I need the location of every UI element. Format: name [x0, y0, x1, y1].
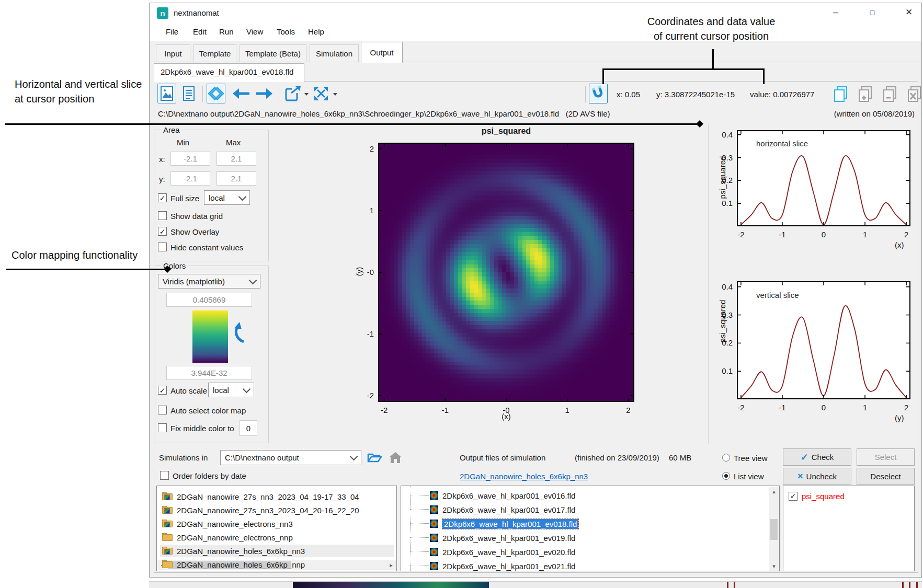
magnet-snap-button[interactable]	[589, 84, 608, 103]
full-size-mode-dropdown[interactable]: local	[204, 190, 250, 205]
x-min-field[interactable]: -2.1	[170, 152, 210, 166]
file-row[interactable]: 2Dkp6x6_wave_hl_kpar001_ev020.fld	[430, 546, 575, 558]
x-tick-label: 1	[854, 230, 875, 239]
slice-annotation-line	[5, 123, 699, 125]
export-button[interactable]	[283, 84, 303, 103]
color-min-field[interactable]: 3.944E-32	[166, 366, 252, 380]
folder-row[interactable]: 2DGaN_nanowire_electrons_nn3	[160, 517, 394, 530]
files-list[interactable]: ▴ ▾ 2Dkp6x6_wave_hl_kpar001_ev016.fld2Dk…	[401, 486, 780, 571]
add-view-button[interactable]	[857, 85, 874, 103]
order-folders-checkbox[interactable]	[160, 471, 169, 480]
tree-view-label: Tree view	[734, 454, 767, 463]
tree-view-radio[interactable]	[722, 454, 730, 462]
x-max-field[interactable]: 2.1	[216, 152, 256, 166]
home-button[interactable]	[386, 449, 404, 465]
expand-icon	[313, 85, 329, 102]
variable-row[interactable]: ✓psi_squared	[789, 490, 845, 502]
deselect-button[interactable]: Deselect	[857, 468, 915, 485]
variable-checkbox[interactable]: ✓	[789, 492, 797, 501]
show-image-button[interactable]	[157, 84, 176, 103]
file-row[interactable]: 2Dkp6x6_wave_hl_kpar001_ev019.fld	[430, 532, 575, 544]
fix-middle-color-field[interactable]: 0	[240, 420, 257, 436]
app-window: n nextnanomat – □ ✕ FileEditRunViewTools…	[149, 3, 922, 578]
simulation-link[interactable]: 2DGaN_nanowire_holes_6x6kp_nn3	[460, 472, 588, 481]
list-view-label: List view	[734, 472, 764, 481]
simulations-path-dropdown[interactable]: C:\D\nextnano output	[220, 450, 361, 465]
folder-row[interactable]: 2DGaN_nanowire_27s_nn3_2023_04_20-16_22_…	[160, 504, 394, 516]
main-plot-frame	[378, 143, 634, 402]
variables-list[interactable]: ✓psi_squared	[783, 486, 915, 571]
file-row[interactable]: 2Dkp6x6_wave_hl_kpar001_ev016.fld	[430, 489, 575, 502]
scroll-down-icon[interactable]: ▾	[769, 561, 779, 571]
auto-scale-checkbox[interactable]: ✓	[158, 386, 167, 395]
file-row[interactable]: 2Dkp6x6_wave_hl_kpar001_ev017.fld	[430, 503, 575, 516]
folder-name: 2DGaN_nanowire_holes_6x6kp_nnp	[177, 560, 305, 569]
forward-button[interactable]	[254, 84, 275, 103]
show-overlay-checkbox[interactable]: ✓	[158, 227, 167, 236]
report-icon	[183, 86, 195, 101]
list-view-radio[interactable]	[722, 472, 730, 480]
menu-item-file[interactable]: File	[163, 25, 181, 38]
slice-annotation-line2: at cursor position	[15, 93, 94, 105]
minimize-button[interactable]: –	[824, 3, 847, 22]
uncheck-icon: ×	[797, 471, 803, 482]
file-name: 2Dkp6x6_wave_hl_kpar001_ev019.fld	[442, 534, 575, 543]
main-plot-title: psi_squared	[378, 126, 634, 136]
uncheck-button[interactable]: × Uncheck	[783, 468, 851, 485]
fix-middle-color-label: Fix middle color to	[170, 424, 234, 433]
file-tab[interactable]: 2Dkp6x6_wave_hl_kpar001_ev018.fld	[154, 63, 304, 82]
maximize-button[interactable]: □	[861, 3, 884, 22]
expand-dropdown-caret[interactable]	[333, 93, 337, 96]
menu-item-edit[interactable]: Edit	[190, 25, 210, 38]
scroll-up-icon[interactable]: ▴	[769, 487, 779, 496]
finished-on-label: (finished on 23/09/2019)	[575, 453, 659, 462]
remove-view-button[interactable]	[881, 85, 899, 103]
close-button[interactable]: ✕	[897, 3, 920, 22]
layers-button[interactable]	[207, 84, 225, 103]
duplicate-view-button[interactable]	[832, 85, 850, 103]
folder-row[interactable]: 2DGaN_nanowire_holes_6x6kp_nn3	[160, 545, 394, 557]
y-max-field[interactable]: 2.1	[216, 171, 256, 186]
file-row[interactable]: 2Dkp6x6_wave_hl_kpar001_ev021.fld	[430, 560, 575, 571]
select-button[interactable]: Select	[857, 448, 915, 466]
tab-template-beta-[interactable]: Template (Beta)	[240, 44, 306, 62]
scrollbar-thumb[interactable]	[770, 519, 778, 540]
menu-item-tools[interactable]: Tools	[274, 25, 298, 38]
file-row[interactable]: 2Dkp6x6_wave_hl_kpar001_ev018.fld	[430, 517, 578, 530]
auto-select-colormap-checkbox[interactable]	[158, 406, 167, 414]
folder-row[interactable]: 2DGaN_nanowire_electrons_nnp	[160, 531, 394, 544]
tab-output[interactable]: Output	[361, 42, 403, 63]
tab-template[interactable]: Template	[193, 44, 236, 62]
auto-scale-mode-dropdown[interactable]: local	[208, 383, 254, 397]
back-button[interactable]	[231, 84, 252, 103]
delete-view-button[interactable]	[906, 85, 923, 103]
show-data-grid-checkbox[interactable]	[158, 211, 167, 220]
y-min-field[interactable]: -2.1	[170, 171, 210, 186]
menu-item-run[interactable]: Run	[216, 25, 237, 38]
hide-constant-checkbox[interactable]	[158, 243, 167, 251]
tab-simulation[interactable]: Simulation	[310, 44, 359, 62]
main-heatmap-plot[interactable]	[378, 143, 634, 402]
menu-item-view[interactable]: View	[243, 25, 266, 38]
expand-button[interactable]	[311, 84, 331, 103]
fix-middle-color-checkbox[interactable]	[158, 423, 167, 432]
colormap-dropdown[interactable]: Viridis (matplotlib)	[158, 274, 260, 289]
folders-list[interactable]: ◂ ▸ 2DGaN_nanowire_27s_nn3_2023_04_19-17…	[156, 486, 397, 571]
folder-row[interactable]: 2DGaN_nanowire_27s_nn3_2023_04_19-17_33_…	[160, 490, 394, 503]
folder-row[interactable]: 2DGaN_nanowire_holes_6x6kp_nnp	[160, 558, 394, 571]
menu-item-help[interactable]: Help	[305, 25, 327, 38]
check-button[interactable]: ✓ Check	[783, 448, 851, 466]
export-dropdown-caret[interactable]	[304, 93, 309, 96]
folder-icon	[162, 533, 173, 541]
x-tick-label: 0	[813, 230, 834, 239]
tab-input[interactable]: Input	[156, 44, 190, 62]
tree-guide-stub	[410, 551, 429, 552]
files-vscrollbar[interactable]: ▴ ▾	[769, 487, 779, 571]
show-report-button[interactable]	[179, 84, 198, 103]
app-logo-icon: n	[157, 7, 168, 19]
open-folder-button[interactable]	[366, 449, 383, 465]
color-max-field[interactable]: 0.405869	[166, 293, 252, 307]
full-size-checkbox[interactable]: ✓	[158, 193, 167, 202]
invert-colormap-button[interactable]	[231, 322, 247, 346]
uncheck-button-label: Uncheck	[806, 472, 837, 481]
